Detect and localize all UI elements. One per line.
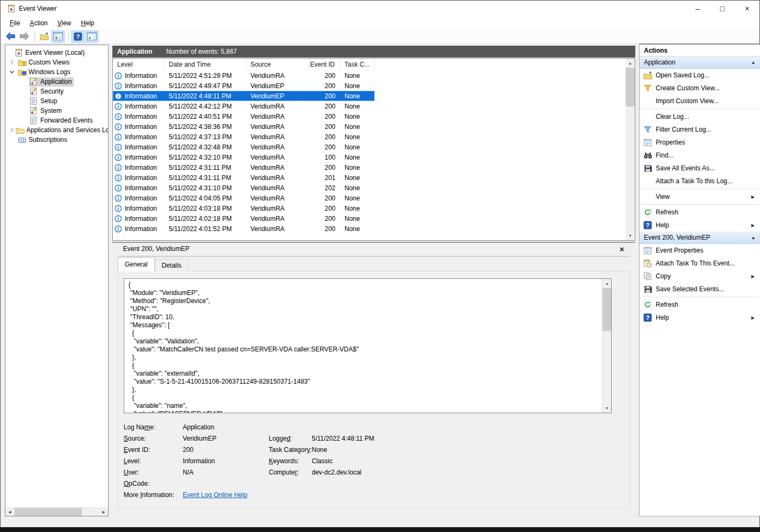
action-create-custom-view[interactable]: Create Custom View...	[640, 82, 760, 95]
description-vertical-scrollbar[interactable]: ▲ ▼	[602, 279, 611, 413]
event-row[interactable]: Information5/11/2022 4:04:05 PMVeridiumR…	[113, 193, 375, 203]
table-header-row: LevelDate and TimeSourceEvent IDTask C..…	[113, 59, 635, 70]
action-copy[interactable]: Copy▶	[640, 270, 760, 283]
actions-section-header-event-200-veridiumep[interactable]: Event 200, VeridiumEP▲	[640, 232, 760, 244]
event-row[interactable]: Information5/11/2022 4:37:13 PMVeridiumR…	[113, 132, 375, 142]
action-refresh[interactable]: Refresh	[640, 298, 760, 311]
action-help[interactable]: ?Help▶	[640, 219, 760, 232]
event-viewer-icon	[7, 4, 16, 13]
menu-bar: FileActionViewHelp	[1, 17, 759, 30]
event-row[interactable]: Information5/11/2022 4:31:10 PMVeridiumR…	[113, 183, 375, 193]
scroll-down-icon[interactable]: ▼	[626, 231, 635, 240]
menu-item-view[interactable]: View	[53, 18, 76, 28]
tab-general[interactable]: General	[118, 257, 155, 271]
chevron-down-icon[interactable]	[9, 69, 15, 75]
action-find[interactable]: Find...	[640, 149, 760, 162]
scrollbar-thumb[interactable]	[603, 288, 612, 331]
tree-item-forwarded-events[interactable]: Forwarded Events	[5, 116, 108, 125]
collapse-section-icon[interactable]: ▲	[751, 60, 756, 65]
minimize-button[interactable]: –	[685, 1, 710, 17]
column-header-level[interactable]: Level	[113, 59, 164, 70]
event-row[interactable]: Information5/11/2022 4:40:51 PMVeridiumR…	[113, 111, 375, 121]
events-vertical-scrollbar[interactable]: ▲ ▼	[626, 59, 635, 240]
action-open-saved-log[interactable]: Open Saved Log...	[640, 69, 760, 82]
help-button[interactable]: ?	[71, 31, 84, 42]
maximize-button[interactable]: □	[710, 1, 735, 17]
action-properties[interactable]: Properties	[640, 136, 760, 149]
menu-item-help[interactable]: Help	[76, 18, 99, 28]
column-header-task-c[interactable]: Task C...	[340, 59, 375, 70]
information-icon	[114, 184, 123, 192]
action-import-custom-view[interactable]: Import Custom View...	[640, 95, 760, 107]
action-refresh[interactable]: Refresh	[640, 206, 760, 219]
show-action-pane-toggle[interactable]	[85, 31, 98, 42]
event-row[interactable]: Information5/11/2022 4:31:11 PMVeridiumR…	[113, 162, 375, 172]
event-row[interactable]: Information5/11/2022 4:49:47 PMVeridiumE…	[113, 81, 375, 91]
event-row[interactable]: Information5/11/2022 4:42:12 PMVeridiumR…	[113, 101, 375, 111]
event-description-box[interactable]: { "Module": "VeridiumEP", "Method": "Reg…	[124, 278, 612, 413]
close-button[interactable]: ×	[735, 1, 759, 17]
windows-logs-folder-icon	[18, 68, 27, 76]
action-attach-task-to-this-event[interactable]: Attach Task To This Event...	[640, 257, 760, 270]
back-button[interactable]	[4, 31, 17, 42]
help-icon: ?	[643, 221, 653, 230]
tree-item-applications-and-services-lo[interactable]: Applications and Services Lo	[5, 125, 108, 135]
menu-item-action[interactable]: Action	[25, 18, 52, 28]
svg-text:?: ?	[76, 33, 80, 40]
show-console-tree-toggle[interactable]	[52, 31, 64, 42]
collapse-section-icon[interactable]: ▲	[751, 235, 756, 240]
action-filter-current-log[interactable]: Filter Current Log...	[640, 123, 760, 136]
event-row[interactable]: Information5/11/2022 4:01:52 PMVeridiumR…	[113, 224, 375, 234]
event-row[interactable]: Information5/11/2022 4:02:18 PMVeridiumR…	[113, 213, 375, 224]
cell-source: VeridiumRA	[246, 143, 310, 151]
event-row[interactable]: Information5/11/2022 4:03:18 PMVeridiumR…	[113, 203, 375, 213]
meta-value: dev-dc2.dev.local	[312, 469, 362, 476]
scroll-up-icon[interactable]: ▲	[603, 279, 612, 288]
scrollbar-thumb[interactable]	[626, 68, 635, 106]
event-row[interactable]: Information5/11/2022 4:38:36 PMVeridiumR…	[113, 121, 375, 132]
scrollbar-thumb[interactable]	[15, 508, 82, 516]
scroll-up-icon[interactable]: ▲	[626, 59, 635, 68]
actions-section-header-application[interactable]: Application▲	[640, 56, 760, 69]
tree-item-system[interactable]: System	[5, 106, 108, 116]
tree-item-windows-logs[interactable]: Windows Logs	[5, 67, 108, 77]
column-header-source[interactable]: Source	[246, 59, 310, 70]
forward-button[interactable]	[18, 31, 31, 42]
tree-item-application[interactable]: Application	[5, 77, 108, 87]
tab-details[interactable]: Details	[155, 259, 189, 271]
action-clear-log[interactable]: Clear Log...	[640, 110, 760, 123]
chevron-right-icon[interactable]	[9, 59, 15, 66]
action-label: Save All Events As...	[656, 164, 760, 172]
scroll-down-icon[interactable]: ▼	[603, 404, 612, 413]
scroll-right-icon[interactable]: ▶	[99, 508, 108, 516]
tree-item-subscriptions[interactable]: Subscriptions	[5, 135, 108, 145]
action-save-all-events-as[interactable]: Save All Events As...	[640, 162, 760, 175]
log-alert-icon	[30, 77, 39, 86]
event-row[interactable]: Information5/11/2022 4:48:11 PMVeridiumE…	[113, 91, 375, 101]
action-label: Attach Task To This Event...	[656, 260, 760, 267]
action-attach-a-task-to-this-log[interactable]: Attach a Task To this Log...	[640, 175, 760, 188]
event-log-online-help-link[interactable]: Event Log Online Help	[183, 491, 247, 499]
action-save-selected-events[interactable]: Save Selected Events...	[640, 283, 760, 296]
event-row[interactable]: Information5/11/2022 4:51:29 PMVeridiumR…	[113, 70, 375, 81]
event-row[interactable]: Information5/11/2022 4:32:48 PMVeridiumR…	[113, 142, 375, 152]
column-header-date-and-time[interactable]: Date and Time	[164, 59, 246, 70]
action-view[interactable]: View▶	[640, 190, 760, 203]
action-event-properties[interactable]: Event Properties	[640, 244, 760, 257]
tree-item-event-viewer-local[interactable]: Event Viewer (Local)	[5, 48, 108, 57]
tree-item-custom-views[interactable]: Custom Views	[5, 57, 108, 67]
tree-item-security[interactable]: Security	[5, 87, 108, 96]
menu-item-file[interactable]: File	[5, 18, 25, 28]
column-header-event-id[interactable]: Event ID	[310, 59, 340, 70]
tree-item-label: Application	[39, 78, 72, 85]
open-saved-log-button[interactable]	[38, 31, 51, 42]
close-preview-icon[interactable]: ×	[617, 244, 627, 254]
action-label: Open Saved Log...	[656, 71, 760, 79]
event-row[interactable]: Information5/11/2022 4:32:10 PMVeridiumR…	[113, 152, 375, 162]
tree-item-setup[interactable]: Setup	[5, 96, 108, 106]
scroll-left-icon[interactable]: ◀	[5, 508, 14, 516]
event-row[interactable]: Information5/11/2022 4:31:11 PMVeridiumR…	[113, 172, 375, 183]
action-help[interactable]: ?Help▶	[640, 311, 760, 324]
chevron-right-icon[interactable]	[9, 127, 15, 133]
tree-horizontal-scrollbar[interactable]: ◀ ▶	[5, 507, 108, 516]
